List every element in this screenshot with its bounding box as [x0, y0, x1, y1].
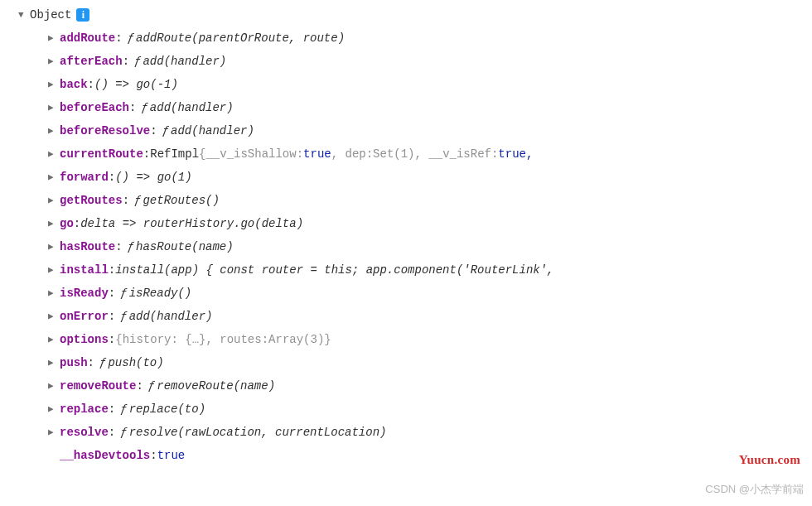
- colon: :: [109, 258, 115, 282]
- options-routes-key: , routes:: [205, 328, 268, 351]
- property-key: currentRoute: [60, 142, 143, 166]
- property-key: options: [60, 328, 109, 351]
- property-row-replace[interactable]: replace: ƒ replace(to): [48, 398, 812, 421]
- property-key: onError: [60, 305, 109, 328]
- property-row-afterEach[interactable]: afterEach: ƒ add(handler): [48, 50, 812, 73]
- function-signature: add(handler): [150, 96, 234, 119]
- property-row-isReady[interactable]: isReady: ƒ isReady(): [48, 282, 812, 305]
- brace: }: [324, 328, 331, 351]
- chevron-right-icon[interactable]: [48, 282, 60, 305]
- options-history: history: {…}: [123, 328, 206, 351]
- info-icon[interactable]: i: [76, 8, 89, 22]
- function-icon: ƒ: [128, 235, 134, 258]
- property-row-back[interactable]: back: () => go(-1): [48, 73, 812, 96]
- property-row-options[interactable]: options: {history: {…}, routes: Array(3)…: [48, 328, 812, 351]
- object-header-row[interactable]: Object i: [18, 3, 812, 27]
- refimpl-key: , dep:: [331, 142, 373, 166]
- chevron-right-icon[interactable]: [48, 119, 60, 142]
- property-key: forward: [60, 166, 109, 189]
- property-key: removeRoute: [60, 374, 136, 398]
- property-key: hasRoute: [60, 235, 115, 258]
- property-key: getRoutes: [60, 189, 123, 212]
- watermark-yuucn: Yuucn.com: [739, 448, 800, 471]
- chevron-right-icon[interactable]: [48, 189, 60, 212]
- function-signature: resolve(rawLocation, currentLocation): [129, 421, 387, 444]
- chevron-right-icon[interactable]: [48, 166, 60, 189]
- colon: :: [109, 282, 115, 305]
- refimpl-val: true,: [498, 142, 533, 166]
- colon: :: [150, 119, 157, 142]
- property-key: beforeResolve: [60, 119, 150, 142]
- colon: :: [115, 27, 122, 50]
- watermark-csdn: CSDN @小杰学前端: [705, 478, 804, 501]
- colon: :: [150, 444, 157, 467]
- function-icon: ƒ: [99, 351, 106, 374]
- colon: :: [109, 166, 115, 189]
- chevron-right-icon[interactable]: [48, 305, 60, 328]
- property-row-addRoute[interactable]: addRoute: ƒ addRoute(parentOrRoute, rout…: [48, 27, 812, 50]
- function-icon: ƒ: [128, 27, 134, 50]
- function-signature: add(handler): [129, 305, 213, 328]
- refimpl-val: Set(1): [373, 142, 414, 166]
- property-key: resolve: [60, 421, 109, 444]
- property-row-getRoutes[interactable]: getRoutes: ƒ getRoutes(): [48, 189, 812, 212]
- function-signature: getRoutes(): [143, 189, 219, 212]
- property-row-install[interactable]: install: install(app) { const router = t…: [48, 258, 812, 282]
- chevron-right-icon[interactable]: [48, 96, 60, 119]
- colon: :: [109, 421, 115, 444]
- property-row-hasRoute[interactable]: hasRoute: ƒ hasRoute(name): [48, 235, 812, 258]
- brace: {: [115, 328, 122, 351]
- property-row-go[interactable]: go: delta => routerHistory.go(delta): [48, 212, 812, 235]
- function-icon: ƒ: [141, 96, 147, 119]
- function-signature: isReady(): [129, 282, 192, 305]
- property-row-removeRoute[interactable]: removeRoute: ƒ removeRoute(name): [48, 374, 812, 398]
- colon: :: [88, 73, 94, 96]
- colon: :: [143, 142, 150, 166]
- chevron-right-icon[interactable]: [48, 421, 60, 444]
- chevron-right-icon[interactable]: [48, 235, 60, 258]
- property-key: afterEach: [60, 50, 123, 73]
- property-row-beforeResolve[interactable]: beforeResolve: ƒ add(handler): [48, 119, 812, 142]
- colon: :: [109, 328, 115, 351]
- property-row-forward[interactable]: forward: () => go(1): [48, 166, 812, 189]
- chevron-right-icon[interactable]: [48, 398, 60, 421]
- function-icon: ƒ: [148, 374, 155, 398]
- function-icon: ƒ: [134, 50, 141, 73]
- property-key: push: [60, 351, 88, 374]
- property-row-resolve[interactable]: resolve: ƒ resolve(rawLocation, currentL…: [48, 421, 812, 444]
- colon: :: [109, 305, 115, 328]
- colon: :: [109, 398, 115, 421]
- property-key: addRoute: [60, 27, 115, 50]
- refimpl-val: true: [303, 142, 331, 166]
- property-key: __hasDevtools: [60, 444, 150, 467]
- chevron-right-icon[interactable]: [48, 142, 60, 166]
- chevron-right-icon[interactable]: [48, 212, 60, 235]
- chevron-right-icon[interactable]: [48, 73, 60, 96]
- property-key: back: [60, 73, 88, 96]
- arrow-function: delta => routerHistory.go(delta): [80, 212, 303, 235]
- property-row-push[interactable]: push: ƒ push(to): [48, 351, 812, 374]
- colon: :: [115, 235, 122, 258]
- colon: :: [74, 212, 80, 235]
- function-icon: ƒ: [120, 305, 127, 328]
- chevron-right-icon[interactable]: [48, 328, 60, 351]
- refimpl-key: __v_isShallow:: [205, 142, 303, 166]
- chevron-right-icon[interactable]: [48, 50, 60, 73]
- property-row---hasDevtools[interactable]: __hasDevtools: true: [48, 444, 812, 467]
- property-row-beforeEach[interactable]: beforeEach: ƒ add(handler): [48, 96, 812, 119]
- function-icon: ƒ: [134, 189, 141, 212]
- property-key: isReady: [60, 282, 109, 305]
- chevron-down-icon[interactable]: [18, 3, 30, 27]
- chevron-right-icon[interactable]: [48, 351, 60, 374]
- install-body: install(app) { const router = this; app.…: [115, 258, 553, 282]
- refimpl-key: , __v_isRef:: [415, 142, 499, 166]
- function-icon: ƒ: [120, 398, 127, 421]
- colon: :: [123, 189, 129, 212]
- chevron-right-icon[interactable]: [48, 258, 60, 282]
- function-icon: ƒ: [120, 421, 127, 444]
- property-row-onError[interactable]: onError: ƒ add(handler): [48, 305, 812, 328]
- property-row-currentRoute[interactable]: currentRoute: RefImpl {__v_isShallow: tr…: [48, 142, 812, 166]
- chevron-right-icon[interactable]: [48, 27, 60, 50]
- chevron-right-icon[interactable]: [48, 374, 60, 398]
- colon: :: [136, 374, 143, 398]
